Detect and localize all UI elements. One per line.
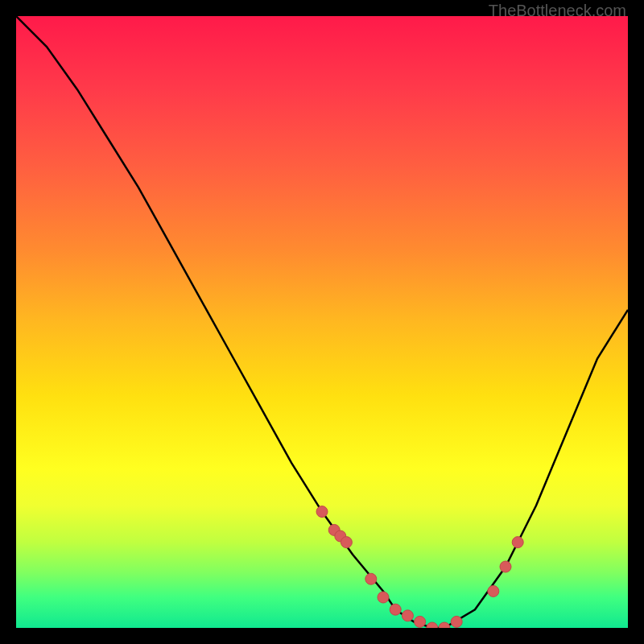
data-point bbox=[316, 506, 328, 518]
data-point bbox=[378, 592, 389, 603]
data-point bbox=[365, 573, 377, 584]
data-point bbox=[500, 561, 511, 572]
chart-plot-area bbox=[16, 16, 628, 628]
watermark-text: TheBottleneck.com bbox=[489, 2, 626, 20]
data-point bbox=[512, 537, 523, 548]
data-point bbox=[341, 537, 352, 548]
data-point bbox=[390, 604, 401, 615]
data-points-group bbox=[316, 506, 523, 628]
data-point bbox=[402, 610, 413, 621]
data-point bbox=[427, 622, 438, 628]
data-point bbox=[488, 585, 499, 597]
data-point bbox=[451, 616, 462, 627]
bottleneck-curve-line bbox=[16, 16, 628, 628]
data-point bbox=[439, 622, 450, 628]
data-point bbox=[415, 616, 426, 627]
bottleneck-curve-svg bbox=[16, 16, 628, 628]
